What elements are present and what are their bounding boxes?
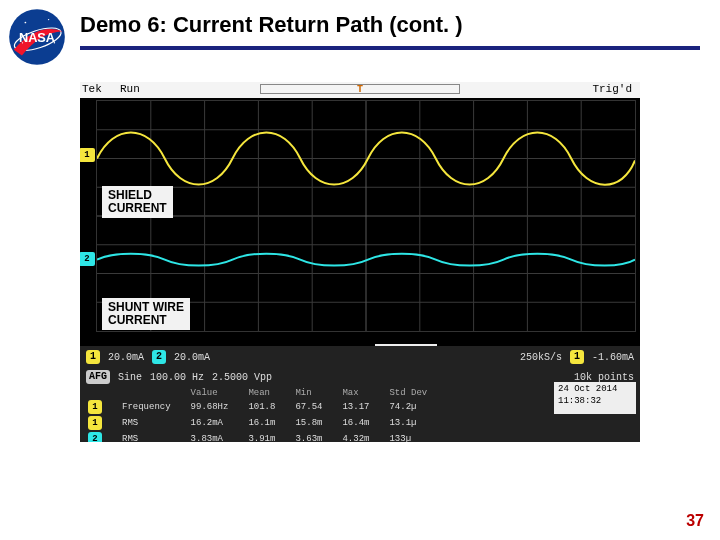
svg-point-5 (54, 42, 56, 44)
slide: NASA Demo 6: Current Return Path (cont. … (0, 0, 720, 540)
ch1-badge: 1 (86, 350, 100, 364)
ch1-ground-marker: 1 (80, 148, 95, 162)
trig-level: -1.60mA (592, 352, 634, 363)
timestamp-time: 11:38:32 (558, 396, 632, 408)
table-row: 2 RMS 3.83mA 3.91m 3.63m 4.32m 133µ (88, 432, 445, 442)
title-rule (80, 46, 700, 50)
scope-brand: Tek (82, 83, 102, 95)
scope-topbar: Tek Run T Trig'd (80, 82, 640, 98)
afg-freq: 100.00 Hz (150, 372, 204, 383)
measurement-table: Value Mean Min Max Std Dev 1 Frequency 9… (86, 386, 447, 442)
ch2-badge: 2 (152, 350, 166, 364)
table-row: 1 Frequency 99.68Hz 101.8 67.54 13.17 74… (88, 400, 445, 414)
slide-title: Demo 6: Current Return Path (cont. ) (80, 12, 463, 38)
svg-point-6 (22, 42, 23, 43)
label-shunt-wire-current: SHUNT WIRE CURRENT (102, 298, 190, 330)
afg-badge: AFG (86, 370, 110, 384)
record-length: 10k points (574, 372, 634, 383)
timestamp-date: 24 Oct 2014 (558, 384, 632, 396)
timestamp-box: 24 Oct 2014 11:38:32 (554, 382, 636, 414)
afg-ampl: 2.5000 Vpp (212, 372, 272, 383)
trigger-marker-icon: T (357, 84, 363, 95)
svg-text:NASA: NASA (19, 30, 55, 45)
oscilloscope-screenshot: Tek Run T Trig'd (80, 82, 640, 442)
status-row-channels: 1 20.0mA 2 20.0mA 250kS/s 1 -1.60mA (86, 348, 634, 366)
nasa-logo-icon: NASA (8, 8, 66, 66)
scope-status-area: 1 20.0mA 2 20.0mA 250kS/s 1 -1.60mA AFG … (80, 346, 640, 442)
afg-shape: Sine (118, 372, 142, 383)
status-row-afg: AFG Sine 100.00 Hz 2.5000 Vpp 10k points (86, 368, 634, 386)
table-row: 1 RMS 16.2mA 16.1m 15.8m 16.4m 13.1µ (88, 416, 445, 430)
svg-point-3 (25, 22, 27, 24)
scope-trig-state: Trig'd (592, 83, 632, 95)
page-number: 37 (686, 512, 704, 530)
sample-rate: 250kS/s (520, 352, 562, 363)
ch2-ground-marker: 2 (80, 252, 95, 266)
scope-run-state: Run (120, 83, 140, 95)
ch1-scale: 20.0mA (108, 352, 144, 363)
ch2-scale: 20.0mA (174, 352, 210, 363)
label-shield-current: SHIELD CURRENT (102, 186, 173, 218)
trig-ch-badge: 1 (570, 350, 584, 364)
svg-point-4 (48, 19, 49, 20)
